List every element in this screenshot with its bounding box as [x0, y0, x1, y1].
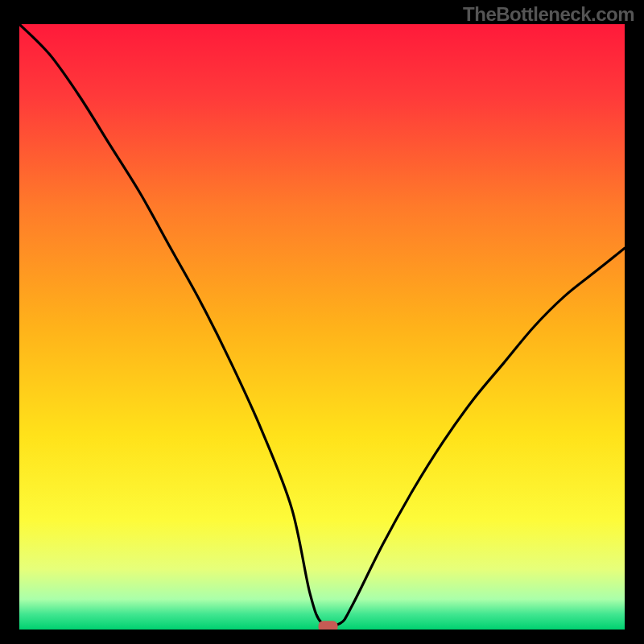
optimal-marker: [319, 621, 338, 630]
watermark-text: TheBottleneck.com: [463, 3, 634, 26]
chart-frame: [19, 24, 625, 630]
bottleneck-chart: [19, 24, 625, 630]
